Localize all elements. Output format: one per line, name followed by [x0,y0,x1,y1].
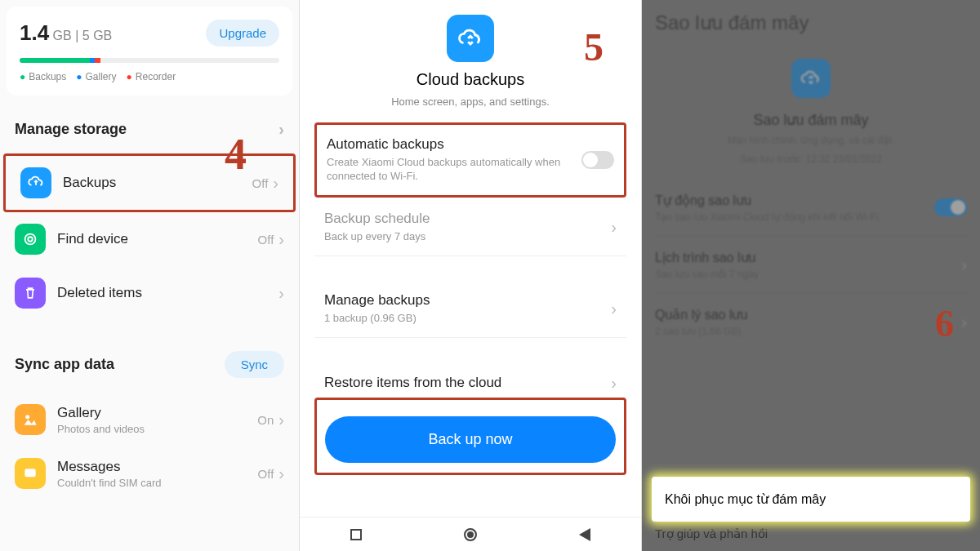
storage-card: 1.4 GB | 5 GB Upgrade Backups Gallery Re… [7,7,292,96]
gallery-label: Gallery [57,405,246,421]
restore-highlight[interactable]: Khôi phục mục từ đám mây [652,477,970,522]
chevron-right-icon: › [278,284,284,303]
recents-icon[interactable] [350,529,362,540]
auto-backup-sub: Create Xiaomi Cloud backups automaticall… [327,156,581,184]
chevron-right-icon: › [278,230,284,249]
home-icon[interactable] [464,528,477,541]
svg-point-1 [28,237,33,242]
trash-icon [15,278,46,309]
cloud-icon [20,167,51,198]
gallery-state: On [257,413,274,427]
chevron-right-icon: › [273,174,278,193]
manage-label: Manage backups [324,292,611,309]
chevron-right-icon: › [611,218,617,237]
chevron-right-icon: › [611,374,617,393]
storage-bar [20,58,279,63]
storage-used-unit: GB [53,29,72,42]
deleted-items-row[interactable]: Deleted items › [0,266,299,320]
panel-vietnamese: Sao lưu đám mây Sao lưu đám mây Màn hình… [642,0,980,551]
backup-schedule-row[interactable]: Backup schedule Back up every 7 days › [314,199,626,256]
messages-row[interactable]: Messages Couldn't find SIM card Off› [0,447,299,500]
find-device-row[interactable]: Find device Off› [0,212,299,266]
restore-label: Restore items from the cloud [324,375,501,391]
chevron-right-icon: › [278,120,284,139]
backups-row[interactable]: Backups Off› [3,153,296,212]
back-icon[interactable] [579,528,590,541]
step-6-label: 6 [935,302,954,345]
chevron-right-icon: › [278,464,284,483]
target-icon [15,224,46,255]
legend-recorder: Recorder [127,71,176,82]
page-subtitle: Home screen, apps, and settings. [314,96,626,108]
step-4-label: 4 [225,129,247,180]
storage-legend: Backups Gallery Recorder [20,71,279,82]
p3-help[interactable]: Trợ giúp và phản hồi [655,520,967,548]
svg-point-0 [25,234,36,245]
legend-backups: Backups [20,71,66,82]
storage-used: 1.4 [20,20,49,45]
restore-row[interactable]: Restore items from the cloud › [314,362,626,398]
backup-now-button[interactable]: Back up now [325,416,616,463]
auto-backup-label: Automatic backups [327,136,581,153]
chevron-right-icon: › [611,300,617,318]
page-title: Cloud backups [314,70,626,89]
storage-total: 5 GB [82,29,112,42]
auto-backup-toggle[interactable] [581,151,614,169]
panel-cloud-backups: Cloud backups Home screen, apps, and set… [299,0,642,551]
sync-section-label: Sync app data [15,356,114,373]
sync-button[interactable]: Sync [225,351,284,378]
manage-sub: 1 backup (0.96 GB) [324,312,611,326]
storage-text: 1.4 GB | 5 GB [20,20,112,46]
chevron-right-icon: › [278,411,284,429]
backups-state: Off [252,176,269,190]
schedule-label: Backup schedule [324,211,611,227]
gallery-sub: Photos and videos [57,423,246,435]
schedule-sub: Back up every 7 days [324,230,611,244]
manage-storage-row[interactable]: Manage storage › [0,102,299,153]
upgrade-button[interactable]: Upgrade [206,20,279,47]
svg-point-2 [25,415,29,419]
svg-rect-3 [24,469,35,477]
manage-backups-row[interactable]: Manage backups 1 backup (0.96 GB) › [314,281,626,338]
sync-section-header: Sync app data Sync [0,320,299,393]
backups-label: Backups [63,175,241,191]
cloud-icon [447,15,494,62]
panel-storage: 1.4 GB | 5 GB Upgrade Backups Gallery Re… [0,0,299,551]
find-device-state: Off [258,233,274,247]
find-device-label: Find device [57,231,247,247]
storage-sep: | [75,29,82,42]
step-5-label: 5 [584,24,604,69]
legend-gallery: Gallery [76,71,116,82]
messages-label: Messages [57,459,247,475]
manage-storage-label: Manage storage [15,121,127,138]
dim-overlay [642,0,980,551]
gallery-icon [15,404,46,435]
messages-state: Off [258,467,274,481]
deleted-items-label: Deleted items [57,285,267,301]
messages-icon [15,458,46,489]
android-navbar [300,517,641,551]
gallery-row[interactable]: Gallery Photos and videos On› [0,393,299,447]
automatic-backups-row[interactable]: Automatic backups Create Xiaomi Cloud ba… [317,125,624,195]
messages-sub: Couldn't find SIM card [57,477,247,489]
